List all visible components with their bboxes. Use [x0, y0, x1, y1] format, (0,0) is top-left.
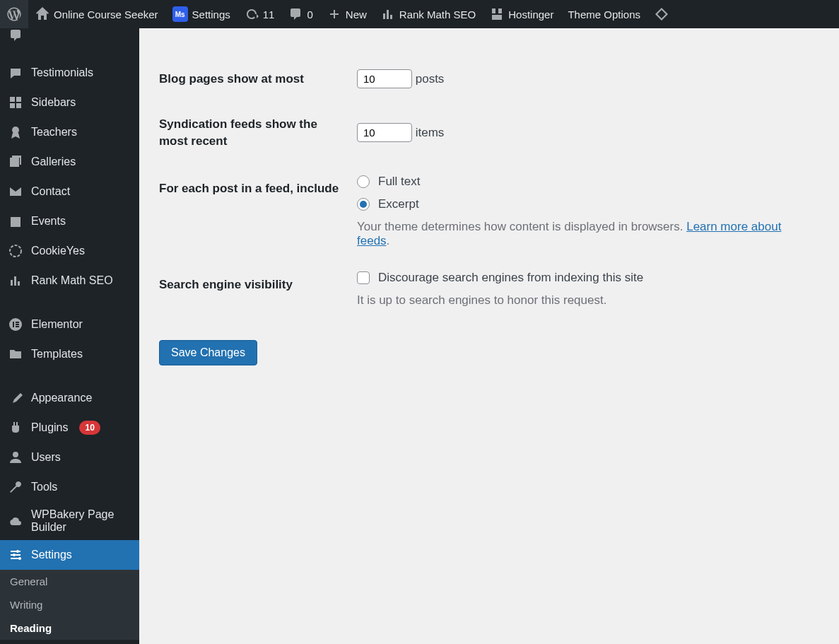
sidebar-item-templates[interactable]: Templates: [0, 339, 139, 369]
chart-icon: [8, 274, 23, 288]
input-blog-pages[interactable]: [357, 69, 412, 88]
adminbar-item-site[interactable]: Online Course Seeker: [28, 0, 165, 28]
ms-icon: Ms: [172, 6, 188, 22]
quote-icon: [8, 66, 23, 80]
radio-excerpt[interactable]: [357, 198, 370, 211]
mail-icon: [8, 185, 23, 199]
sidebar-item-label: Rank Math SEO: [31, 274, 113, 287]
wp-logo-menu[interactable]: [0, 0, 28, 28]
svg-point-0: [12, 127, 19, 134]
label-syndication-feeds: Syndication feeds show the most recent: [159, 102, 350, 164]
elementor-icon: [8, 317, 23, 332]
adminbar-item-comments[interactable]: 0: [281, 0, 319, 28]
svg-rect-3: [13, 322, 14, 327]
sidebar-item-settings[interactable]: Settings: [0, 540, 139, 570]
svg-point-9: [13, 554, 16, 556]
sidebar-item-elementor[interactable]: Elementor: [0, 310, 139, 339]
sidebar-item-label: Galleries: [31, 156, 76, 168]
submenu-item-writing[interactable]: Writing: [0, 593, 139, 616]
svg-rect-5: [16, 324, 19, 325]
radio-excerpt-label: Excerpt: [378, 197, 419, 211]
sidebar-item-label: Elementor: [31, 318, 83, 331]
plugin-update-badge: 10: [79, 421, 100, 435]
site-title: Online Course Seeker: [54, 8, 158, 21]
visibility-description: It is up to search engines to honor this…: [357, 293, 812, 308]
sidebar-item-appearance[interactable]: Appearance: [0, 383, 139, 413]
sidebar-item-plugins[interactable]: Plugins 10: [0, 413, 139, 443]
sidebar-item-label: Testimonials: [31, 66, 93, 79]
adminbar-item-hostinger[interactable]: Hostinger: [483, 0, 561, 28]
sidebar-item-testimonials[interactable]: Testimonials: [0, 58, 139, 88]
sidebar-item-label: Appearance: [31, 392, 92, 404]
suffix-items: items: [416, 126, 445, 139]
sidebar-item-label: Templates: [31, 348, 83, 361]
svg-rect-6: [16, 326, 19, 327]
settings-submenu: General Writing Reading: [0, 570, 139, 640]
wordpress-icon: [7, 7, 21, 21]
folder-icon: [8, 347, 23, 361]
radio-full-text-label: Full text: [378, 175, 421, 189]
checkbox-discourage-label: Discourage search engines from indexing …: [378, 271, 643, 285]
sidebar-item-sidebars[interactable]: Sidebars: [0, 88, 139, 117]
reading-settings-form: Blog pages show at most posts Syndicatio…: [159, 57, 819, 319]
sidebar-item-label: Plugins: [31, 421, 68, 434]
user-icon: [8, 450, 23, 464]
svg-point-1: [10, 245, 21, 257]
sidebar-item-label: Users: [31, 451, 61, 464]
brush-icon: [8, 391, 23, 405]
sidebar-item-label: Tools: [31, 481, 57, 493]
sidebar-item-teachers[interactable]: Teachers: [0, 117, 139, 147]
sidebar-item-comments[interactable]: Comments: [0, 28, 139, 58]
sidebar-item-galleries[interactable]: Galleries: [0, 147, 139, 177]
content-area: Blog pages show at most posts Syndicatio…: [139, 28, 839, 644]
gallery-icon: [8, 155, 23, 169]
adminbar-item-mssettings[interactable]: Ms Settings: [165, 0, 237, 28]
checkbox-discourage-search[interactable]: [357, 271, 370, 284]
rankmath-label: Rank Math SEO: [399, 8, 476, 21]
adminbar-item-updates[interactable]: 11: [237, 0, 282, 28]
wrench-icon: [8, 480, 23, 494]
label-blog-pages: Blog pages show at most: [159, 57, 350, 102]
plus-icon: [327, 7, 341, 21]
label-search-visibility: Search engine visibility: [159, 259, 350, 319]
award-icon: [8, 125, 23, 139]
adminbar-item-diamond[interactable]: [647, 0, 676, 28]
adminbar-item-rankmath[interactable]: Rank Math SEO: [374, 0, 483, 28]
home-icon: [35, 7, 49, 21]
sliders-icon: [8, 548, 23, 562]
adminbar-item-theme-options[interactable]: Theme Options: [561, 0, 647, 28]
sidebar-item-tools[interactable]: Tools: [0, 472, 139, 502]
svg-rect-4: [16, 322, 19, 323]
hostinger-icon: [490, 7, 504, 21]
sidebar-item-events[interactable]: Events: [0, 206, 139, 236]
submenu-item-general[interactable]: General: [0, 570, 139, 593]
sidebar-item-label: Events: [31, 215, 66, 228]
plugin-icon: [8, 421, 23, 435]
cookie-icon: [8, 244, 23, 258]
sidebar-item-wpbakery[interactable]: WPBakery Page Builder: [0, 502, 139, 540]
sidebar-item-cookieyes[interactable]: CookieYes: [0, 236, 139, 266]
radio-full-text[interactable]: [357, 175, 370, 188]
suffix-posts: posts: [416, 72, 445, 86]
submenu-item-reading[interactable]: Reading: [0, 616, 139, 640]
adminbar-item-new[interactable]: New: [320, 0, 374, 28]
sidebar-item-users[interactable]: Users: [0, 443, 139, 472]
sidebar-item-contact[interactable]: Contact: [0, 177, 139, 206]
sidebar-item-rankmath[interactable]: Rank Math SEO: [0, 266, 139, 295]
updates-count: 11: [263, 8, 275, 21]
comment-icon: [288, 7, 303, 21]
save-changes-button[interactable]: Save Changes: [159, 340, 257, 365]
comment-icon: [8, 28, 23, 42]
grid-icon: [8, 95, 23, 110]
theme-options-label: Theme Options: [568, 8, 640, 21]
svg-point-10: [18, 557, 21, 560]
new-label: New: [346, 8, 367, 21]
sidebar-item-label: Teachers: [31, 126, 77, 139]
admin-toolbar: Online Course Seeker Ms Settings 11 0 Ne…: [0, 0, 839, 28]
ms-settings-label: Settings: [192, 8, 230, 21]
hostinger-label: Hostinger: [508, 8, 553, 21]
sidebar-item-label: WPBakery Page Builder: [31, 508, 131, 534]
sidebar-item-label: Sidebars: [31, 96, 76, 109]
input-feeds[interactable]: [357, 123, 412, 142]
diamond-icon: [655, 7, 669, 21]
